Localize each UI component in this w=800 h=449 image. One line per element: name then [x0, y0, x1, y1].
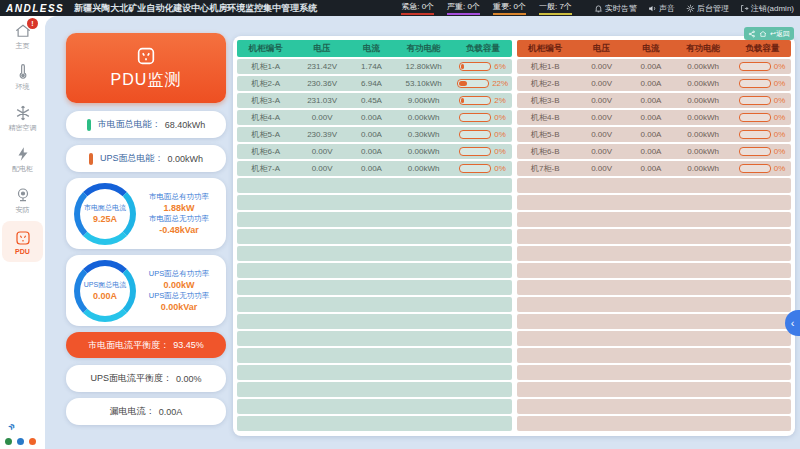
empty-row	[237, 331, 512, 346]
pdu-monitor-button[interactable]: PDU监测	[66, 33, 226, 103]
empty-row	[237, 382, 512, 397]
admin-button[interactable]: 后台管理	[686, 3, 729, 14]
empty-row	[237, 229, 512, 244]
gauge-value: 0.00A	[93, 291, 117, 301]
sidebar-item-label: 安防	[16, 205, 30, 215]
value-cell: 0.00A	[629, 96, 673, 105]
stat-value: 68.40kWh	[165, 120, 206, 130]
table-row[interactable]: 机柜2-B0.00V0.00A0.00kWh0%	[517, 76, 792, 91]
alarm-severe[interactable]: 严重: 0个	[447, 1, 480, 15]
alarm-summary: 紧急: 0个 严重: 0个 重要: 0个 一般: 7个	[401, 1, 572, 15]
home-icon[interactable]	[759, 30, 767, 38]
rack-name-cell: 机柜5-A	[237, 129, 295, 140]
sound-button[interactable]: 声音	[648, 3, 675, 14]
value-cell: 0.00A	[350, 147, 394, 156]
sidebar-item-home[interactable]: ! 主页	[0, 16, 45, 57]
value-cell: 0.00V	[574, 96, 629, 105]
power-label: 市电面总有功功率	[149, 192, 209, 202]
load-percent: 2%	[494, 96, 506, 105]
load-cell: 0%	[454, 164, 512, 173]
table-row[interactable]: 机柜5-B0.00V0.00A0.00kWh0%	[517, 127, 792, 142]
alarm-count: 7个	[559, 2, 571, 11]
rack-name-cell: 机柜3-A	[237, 95, 295, 106]
share-icon[interactable]	[748, 30, 756, 38]
value-cell: 0.00V	[574, 79, 629, 88]
realtime-alarm-button[interactable]: 实时告警	[594, 3, 637, 14]
column-header: 有功电能	[673, 43, 733, 55]
rack-name-cell: 机柜1-A	[237, 61, 295, 72]
sidebar-item-label: 环境	[16, 82, 30, 92]
alarm-general[interactable]: 一般: 7个	[539, 1, 572, 15]
table-row[interactable]: 机柜7-A0.00V0.00A0.00kWh0%	[237, 161, 512, 176]
value-cell: 1.74A	[350, 62, 394, 71]
table-row[interactable]: 机柜4-B0.00V0.00A0.00kWh0%	[517, 110, 792, 125]
empty-row	[237, 348, 512, 363]
bell-icon	[594, 4, 603, 13]
empty-row	[517, 246, 792, 261]
load-bar-icon	[739, 113, 771, 122]
load-cell: 6%	[454, 62, 512, 71]
table-row[interactable]: 机柜2-A230.36V6.94A53.10kWh22%	[237, 76, 512, 91]
rack-name-cell: 机柜2-B	[517, 78, 575, 89]
load-bar-icon	[459, 96, 491, 105]
lightning-icon	[14, 145, 32, 163]
value-cell: 6.94A	[350, 79, 394, 88]
ups-balance-card: UPS面电流平衡度： 0.00%	[66, 365, 226, 392]
load-cell: 0%	[454, 147, 512, 156]
table-row[interactable]: 机7柜-B0.00V0.00A0.00kWh0%	[517, 161, 792, 176]
empty-row	[237, 314, 512, 329]
table-row[interactable]: 机柜5-A230.39V0.00A0.30kWh0%	[237, 127, 512, 142]
load-cell: 0%	[733, 79, 791, 88]
load-percent: 0%	[774, 164, 786, 173]
snowflake-icon	[14, 104, 32, 122]
table-row[interactable]: 机柜3-A231.03V0.45A9.00kWh2%	[237, 93, 512, 108]
table-row[interactable]: 机柜6-A0.00V0.00A0.00kWh0%	[237, 144, 512, 159]
value-cell: 0.00kWh	[673, 130, 733, 139]
logout-icon	[740, 4, 749, 13]
ups-current-gauge-card: UPS面总电流 0.00A UPS面总有功功率 0.00kW UPS面总无功功率…	[66, 255, 226, 326]
stat-value: 93.45%	[173, 340, 204, 350]
value-cell: 0.00kWh	[393, 147, 453, 156]
table-row[interactable]: 机柜4-A0.00V0.00A0.00kWh0%	[237, 110, 512, 125]
leak-current-card: 漏电电流： 0.00A	[66, 398, 226, 425]
rack-name-cell: 机柜4-B	[517, 112, 575, 123]
mains-balance-card: 市电面电流平衡度： 93.45%	[66, 332, 226, 358]
load-bar-fill	[461, 98, 464, 103]
table-row[interactable]: 机柜6-B0.00V0.00A0.00kWh0%	[517, 144, 792, 159]
value-cell: 0.00kWh	[673, 164, 733, 173]
empty-row	[517, 178, 792, 193]
table-row[interactable]: 机柜1-A231.42V1.74A12.80kWh6%	[237, 59, 512, 74]
sidebar-item-pdu[interactable]: PDU	[2, 221, 43, 262]
load-cell: 0%	[733, 62, 791, 71]
power-label: UPS面总无功功率	[149, 291, 209, 301]
empty-row	[237, 416, 512, 431]
value-cell: 231.42V	[295, 62, 350, 71]
sidebar-item-precision-ac[interactable]: 精密空调	[0, 98, 45, 139]
sidebar-item-power-cabinet[interactable]: 配电柜	[0, 139, 45, 180]
back-button[interactable]: ↩返回	[770, 29, 790, 39]
alarm-critical[interactable]: 紧急: 0个	[401, 1, 434, 15]
load-cell: 0%	[733, 130, 791, 139]
load-percent: 0%	[774, 147, 786, 156]
power-value: 1.88kW	[163, 203, 194, 213]
value-cell: 0.00V	[574, 130, 629, 139]
sidebar-item-security[interactable]: 安防	[0, 180, 45, 221]
table-row[interactable]: 机柜1-B0.00V0.00A0.00kWh0%	[517, 59, 792, 74]
mains-current-gauge: 市电面总电流 9.25A	[74, 183, 136, 245]
power-value: -0.48kVar	[159, 225, 199, 235]
sidebar-item-environment[interactable]: 环境	[0, 57, 45, 98]
value-cell: 0.00V	[574, 62, 629, 71]
alarm-count: 0个	[514, 2, 526, 11]
table-row[interactable]: 机柜3-B0.00V0.00A0.00kWh0%	[517, 93, 792, 108]
alarm-important[interactable]: 重要: 0个	[493, 1, 526, 15]
logout-button[interactable]: 注销(admin)	[740, 3, 794, 14]
alarm-label: 一般:	[539, 2, 557, 11]
value-cell: 0.00V	[295, 113, 350, 122]
expand-chevrons-icon[interactable]: »	[4, 418, 18, 433]
load-percent: 0%	[774, 96, 786, 105]
empty-row	[237, 365, 512, 380]
load-bar-icon	[739, 96, 771, 105]
ups-current-gauge: UPS面总电流 0.00A	[74, 260, 136, 322]
rack-name-cell: 机柜6-A	[237, 146, 295, 157]
rack-tables-container: 机柜编号电压电流有功电能负载容量机柜1-A231.42V1.74A12.80kW…	[233, 36, 795, 436]
